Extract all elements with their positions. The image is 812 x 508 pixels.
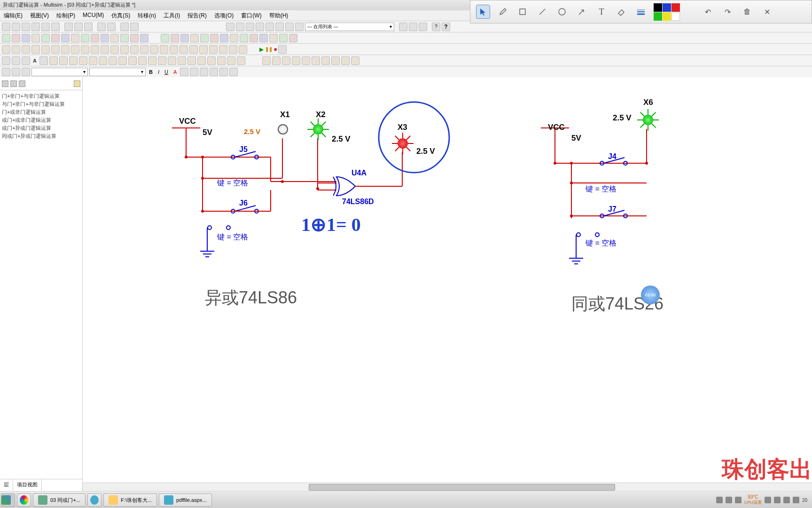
underline-icon[interactable]: U <box>163 69 170 75</box>
p-5[interactable] <box>89 56 97 65</box>
inst-17[interactable] <box>160 45 168 54</box>
tb-help2[interactable]: ? <box>442 23 450 31</box>
arrow-tool-icon[interactable] <box>575 5 589 19</box>
tb-saveall[interactable] <box>31 23 40 31</box>
tb-help[interactable]: ? <box>432 23 440 31</box>
tray-icon-6[interactable] <box>783 497 790 503</box>
horizontal-scrollbar[interactable] <box>83 483 812 491</box>
comp-16[interactable] <box>161 34 169 42</box>
tray-icon-2[interactable] <box>726 497 732 503</box>
inst-3[interactable] <box>22 45 30 54</box>
al-4[interactable] <box>210 68 218 76</box>
p-6[interactable] <box>99 56 107 65</box>
p-4[interactable] <box>79 56 87 65</box>
tb-zoom6[interactable] <box>275 23 284 31</box>
comp-23[interactable] <box>230 34 238 42</box>
p-21[interactable] <box>262 56 271 65</box>
inst-9[interactable] <box>81 45 89 54</box>
tree-item-2[interactable]: 与门+非门+与非门逻辑运算 <box>2 100 80 108</box>
redo-annot-icon[interactable]: ↷ <box>720 5 734 19</box>
eraser-tool-icon[interactable] <box>614 5 628 19</box>
f-3[interactable] <box>22 68 30 76</box>
font-combo[interactable]: ▾ <box>31 68 88 76</box>
comp-1[interactable] <box>2 34 10 42</box>
inst-12[interactable] <box>110 45 119 54</box>
al-6[interactable] <box>229 68 238 76</box>
tb-zoom1[interactable] <box>226 23 234 31</box>
comp-2[interactable] <box>12 34 20 42</box>
tb-zoom2[interactable] <box>236 23 244 31</box>
dr-4[interactable] <box>39 56 48 65</box>
sb-icon-4[interactable] <box>74 80 80 87</box>
menu-options[interactable]: 选项(O) <box>211 10 237 21</box>
tray-icon-7[interactable] <box>793 497 799 503</box>
tb-preview[interactable] <box>51 23 60 31</box>
line-tool-icon[interactable] <box>535 5 549 19</box>
inst-11[interactable] <box>101 45 109 54</box>
p-18[interactable] <box>217 56 226 65</box>
p-23[interactable] <box>282 56 290 65</box>
italic-icon[interactable]: I <box>156 69 161 75</box>
tray-icon-1[interactable] <box>716 497 723 503</box>
inst-10[interactable] <box>91 45 99 54</box>
inst-2[interactable] <box>12 45 20 54</box>
comp-5[interactable] <box>41 34 50 42</box>
fontcolor-icon[interactable]: A <box>172 69 179 75</box>
scroll-thumb[interactable] <box>309 484 615 491</box>
schematic-canvas[interactable]: VCC 5V X1 X2 X3 2.5 V 2.5 V 2.5 V J5 J6 … <box>83 77 812 491</box>
comp-3[interactable] <box>22 34 30 42</box>
tb-undo[interactable] <box>97 23 106 31</box>
clock[interactable]: 20 <box>802 498 807 503</box>
inst-8[interactable] <box>71 45 79 54</box>
tb-h3[interactable] <box>419 23 427 31</box>
dr-1[interactable] <box>2 56 10 65</box>
comp-29[interactable] <box>289 34 297 42</box>
p-30[interactable] <box>351 56 359 65</box>
task-multisim[interactable]: 03 同或门+... <box>33 493 86 507</box>
task-browser[interactable]: pdffile.aspx... <box>159 493 212 507</box>
undo-annot-icon[interactable]: ↶ <box>701 5 715 19</box>
sb-icon-3[interactable] <box>19 80 25 87</box>
p-26[interactable] <box>312 56 320 65</box>
inst-13[interactable] <box>120 45 129 54</box>
p-22[interactable] <box>272 56 281 65</box>
menu-edit[interactable]: 编辑(E) <box>0 10 26 21</box>
inst-22[interactable] <box>209 45 218 54</box>
sidebar-tab-1[interactable]: 层 <box>0 479 13 491</box>
text-tool-icon[interactable]: T <box>594 5 609 19</box>
comp-13[interactable] <box>120 34 129 42</box>
chrome-icon[interactable] <box>17 493 31 507</box>
pause-icon[interactable]: ❚❚ <box>265 47 273 52</box>
comp-7[interactable] <box>61 34 70 42</box>
p-3[interactable] <box>69 56 78 65</box>
inst-20[interactable] <box>189 45 198 54</box>
inst-7[interactable] <box>61 45 70 54</box>
menu-tools[interactable]: 工具(I) <box>160 10 184 21</box>
sim-1[interactable] <box>278 45 287 54</box>
run-icon[interactable]: ▶ <box>259 46 264 53</box>
inst-1[interactable] <box>2 45 10 54</box>
bold-icon[interactable]: B <box>147 69 155 75</box>
stop-icon[interactable]: ■ <box>274 47 277 52</box>
menu-help[interactable]: 帮助(H) <box>265 10 292 21</box>
color-red[interactable] <box>671 3 680 12</box>
p-24[interactable] <box>292 56 300 65</box>
tb-zoom5[interactable] <box>265 23 274 31</box>
inst-21[interactable] <box>199 45 208 54</box>
comp-17[interactable] <box>171 34 179 42</box>
p-16[interactable] <box>197 56 206 65</box>
comp-14[interactable] <box>130 34 139 42</box>
p-9[interactable] <box>128 56 137 65</box>
menu-view[interactable]: 视图(V) <box>26 10 53 21</box>
comp-24[interactable] <box>240 34 248 42</box>
p-19[interactable] <box>227 56 235 65</box>
thickness-tool-icon[interactable] <box>634 5 648 19</box>
tray-icon-4[interactable] <box>765 497 771 503</box>
comp-9[interactable] <box>81 34 89 42</box>
p-13[interactable] <box>168 56 176 65</box>
tb-zoom7[interactable] <box>285 23 294 31</box>
al-5[interactable] <box>219 68 228 76</box>
tb-paste[interactable] <box>84 23 93 31</box>
comp-15[interactable] <box>140 34 148 42</box>
comp-10[interactable] <box>91 34 99 42</box>
